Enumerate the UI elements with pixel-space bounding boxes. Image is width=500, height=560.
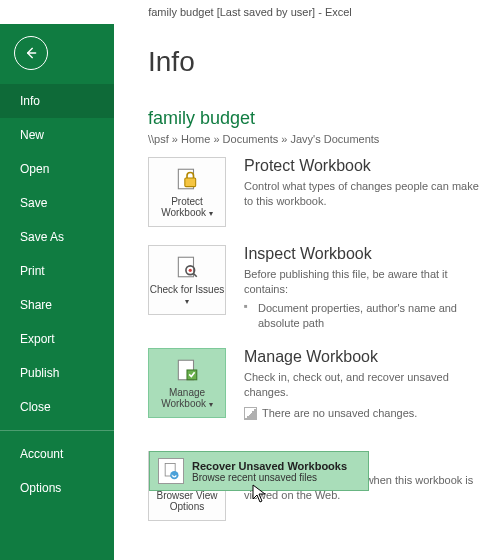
recover-icon: [158, 458, 184, 484]
inspect-item: Document properties, author's name and a…: [244, 301, 484, 331]
nav-info[interactable]: Info: [0, 84, 114, 118]
nav-share[interactable]: Share: [0, 288, 114, 322]
nav-print[interactable]: Print: [0, 254, 114, 288]
caret-down-icon: ▾: [185, 297, 189, 306]
caret-down-icon: ▾: [209, 400, 213, 409]
protect-heading: Protect Workbook: [244, 157, 484, 175]
title-bar-text: family budget [Last saved by user] - Exc…: [148, 6, 352, 18]
backstage-sidebar: InfoNewOpenSaveSave AsPrintShareExportPu…: [0, 24, 114, 560]
svg-point-11: [170, 471, 178, 479]
nav-export[interactable]: Export: [0, 322, 114, 356]
svg-point-4: [189, 269, 192, 272]
inspect-heading: Inspect Workbook: [244, 245, 484, 263]
inspect-desc: Before publishing this file, be aware th…: [244, 267, 484, 330]
page-heading: Info: [148, 46, 484, 78]
manage-heading: Manage Workbook: [244, 348, 484, 366]
nav-account[interactable]: Account: [0, 437, 114, 471]
nav-open[interactable]: Open: [0, 152, 114, 186]
nav-separator: [0, 430, 114, 431]
nav-options[interactable]: Options: [0, 471, 114, 505]
nav-publish[interactable]: Publish: [0, 356, 114, 390]
lock-shield-icon: [173, 165, 201, 193]
document-name: family budget: [148, 108, 484, 129]
inspect-icon: [173, 253, 201, 281]
popup-subtitle: Browse recent unsaved files: [192, 472, 347, 483]
nav-save-as[interactable]: Save As: [0, 220, 114, 254]
protect-desc: Control what types of changes people can…: [244, 179, 484, 209]
protect-workbook-tile[interactable]: Protect Workbook ▾: [148, 157, 226, 227]
arrow-left-icon: [23, 45, 39, 61]
mouse-cursor-icon: [252, 484, 268, 504]
caret-down-icon: ▾: [209, 209, 213, 218]
manage-icon: [173, 356, 201, 384]
popup-title: Recover Unsaved Workbooks: [192, 460, 347, 472]
document-path: \\psf » Home » Documents » Javy's Docume…: [148, 133, 484, 145]
check-issues-tile[interactable]: Check for Issues ▾: [148, 245, 226, 315]
back-button[interactable]: [14, 36, 48, 70]
nav-save[interactable]: Save: [0, 186, 114, 220]
title-bar: family budget [Last saved by user] - Exc…: [0, 0, 500, 24]
manage-note: There are no unsaved changes.: [244, 406, 484, 421]
manage-workbook-tile[interactable]: Manage Workbook ▾: [148, 348, 226, 418]
nav-new[interactable]: New: [0, 118, 114, 152]
nav-close[interactable]: Close: [0, 390, 114, 424]
manage-desc: Check in, check out, and recover unsaved…: [244, 370, 484, 421]
svg-rect-1: [185, 178, 196, 187]
